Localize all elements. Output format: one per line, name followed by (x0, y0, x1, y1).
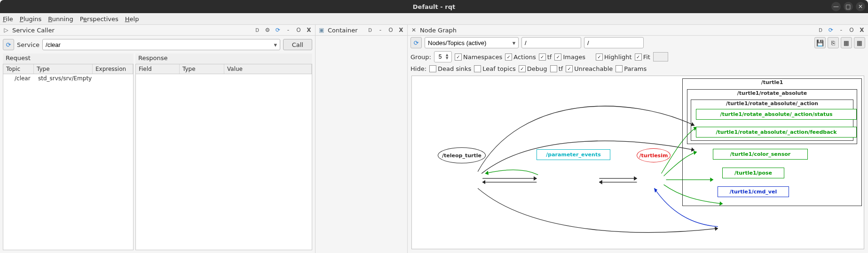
topic-pose[interactable]: /turtle1/pose (722, 168, 784, 178)
response-header-type[interactable]: Type (180, 64, 224, 74)
container-titlebar: ▣ Container D - O X (316, 25, 407, 36)
folder-icon: ▣ (317, 26, 326, 34)
service-caller-title: Service Caller (12, 27, 251, 34)
circle-icon[interactable]: O (294, 26, 303, 34)
topic-status[interactable]: /turtle1/rotate_absolute/_action/status (696, 109, 857, 120)
group-label: Group: (410, 54, 431, 61)
tf-check[interactable]: ✓tf (539, 54, 552, 61)
filter-input-2[interactable] (584, 37, 644, 48)
dock-icon[interactable]: D (253, 26, 261, 34)
save-icon[interactable]: 💾 (814, 37, 826, 48)
dock-icon[interactable]: D (816, 26, 825, 34)
highlight-check[interactable]: ✓Highlight (596, 54, 632, 61)
node-graph-title: Node Graph (420, 27, 814, 34)
call-button[interactable]: Call (283, 39, 312, 50)
hide-unreach-check[interactable]: ✓Unreachable (566, 65, 613, 72)
spin-down-icon[interactable]: ▼ (446, 57, 451, 60)
close-window-button[interactable]: ✕ (856, 2, 865, 11)
chevron-down-icon[interactable]: ▾ (271, 41, 280, 48)
topic-feedback[interactable]: /turtle1/rotate_absolute/_action/feedbac… (696, 127, 857, 138)
chevron-down-icon[interactable]: ▾ (510, 39, 518, 46)
request-table[interactable]: Topic Type Expression /clear std_srvs/sr… (3, 64, 134, 250)
response-header-value[interactable]: Value (224, 64, 312, 74)
copy-icon[interactable]: ⎘ (828, 37, 839, 48)
fit-check[interactable]: ✓Fit (635, 54, 650, 61)
graph-canvas[interactable]: /turtle1 /turtle1/rotate_absolute /turtl… (411, 76, 864, 249)
menu-plugins[interactable]: Plugins (20, 15, 42, 23)
refresh-service-button[interactable]: ⟳ (3, 39, 14, 50)
titlebar: Default - rqt — □ ✕ (0, 0, 868, 13)
menu-file[interactable]: File (3, 15, 13, 23)
window-title: Default - rqt (413, 3, 455, 10)
hide-leaf-check[interactable]: Leaf topics (474, 65, 516, 72)
run-icon: ▷ (2, 26, 10, 34)
topic-parameter-events[interactable]: /parameter_events (537, 149, 610, 160)
dash-icon[interactable]: - (284, 26, 292, 34)
hide-debug-check[interactable]: ✓Debug (519, 65, 547, 72)
menu-perspectives[interactable]: Perspectives (80, 15, 118, 23)
group-depth-spin[interactable]: ▲▼ (434, 51, 452, 62)
dash-icon[interactable]: - (837, 26, 845, 34)
service-combo[interactable]: ▾ (42, 39, 280, 50)
namespaces-check[interactable]: ✓Namespaces (455, 54, 502, 61)
response-header-field[interactable]: Field (136, 64, 180, 74)
refresh-icon[interactable]: ⟳ (274, 26, 282, 34)
minimize-button[interactable]: — (831, 2, 841, 11)
topic-cmd-vel[interactable]: /turtle1/cmd_vel (718, 186, 789, 197)
image2-icon[interactable]: ▦ (854, 37, 865, 48)
response-table[interactable]: Field Type Value (135, 64, 312, 250)
hide-label: Hide: (410, 65, 426, 72)
hide-tf-check[interactable]: tf (550, 65, 563, 72)
circle-icon[interactable]: O (387, 26, 395, 34)
hide-params-check[interactable]: Params (615, 65, 647, 72)
node-teleop-turtle[interactable]: /teleop_turtle (438, 147, 486, 163)
dock-icon[interactable]: D (366, 26, 374, 34)
image-icon[interactable]: ▦ (841, 37, 852, 48)
request-header-expr[interactable]: Expression (93, 64, 133, 74)
maximize-button[interactable]: □ (844, 2, 853, 11)
close-icon[interactable]: X (397, 26, 405, 34)
response-label: Response (135, 54, 312, 64)
menu-running[interactable]: Running (48, 15, 73, 23)
request-row[interactable]: /clear std_srvs/srv/Empty (3, 74, 133, 83)
close-icon[interactable]: X (858, 26, 866, 34)
images-check[interactable]: ✓Images (554, 54, 585, 61)
container-title: Container (328, 27, 364, 34)
circle-icon[interactable]: O (847, 26, 856, 34)
service-input[interactable] (43, 41, 271, 48)
gear-icon[interactable]: ⚙ (263, 26, 272, 34)
wrench-icon: ✕ (410, 26, 418, 34)
graph-mode-combo[interactable]: ▾ (425, 37, 519, 48)
menubar: File Plugins Running Perspectives Help (0, 13, 868, 25)
request-header-topic[interactable]: Topic (3, 64, 34, 74)
topic-color-sensor[interactable]: /turtle1/color_sensor (713, 149, 808, 160)
close-icon[interactable]: X (305, 26, 313, 34)
service-caller-titlebar: ▷ Service Caller D ⚙ ⟳ - O X (0, 25, 315, 36)
dash-icon[interactable]: - (376, 26, 385, 34)
actions-check[interactable]: ✓Actions (505, 54, 536, 61)
hide-dead-check[interactable]: Dead sinks (429, 65, 471, 72)
service-label: Service (17, 41, 39, 48)
request-header-type[interactable]: Type (34, 64, 93, 74)
graph-mode-input[interactable] (425, 39, 510, 46)
node-graph-titlebar: ✕ Node Graph D ⟳ - O X (408, 25, 868, 36)
filter-input-1[interactable] (521, 37, 581, 48)
request-label: Request (3, 54, 134, 64)
fit-extra-button[interactable] (653, 52, 668, 61)
menu-help[interactable]: Help (125, 15, 139, 23)
node-turtlesim[interactable]: /turtlesim (637, 148, 671, 162)
refresh-icon[interactable]: ⟳ (827, 26, 835, 34)
refresh-graph-button[interactable]: ⟳ (410, 37, 422, 48)
